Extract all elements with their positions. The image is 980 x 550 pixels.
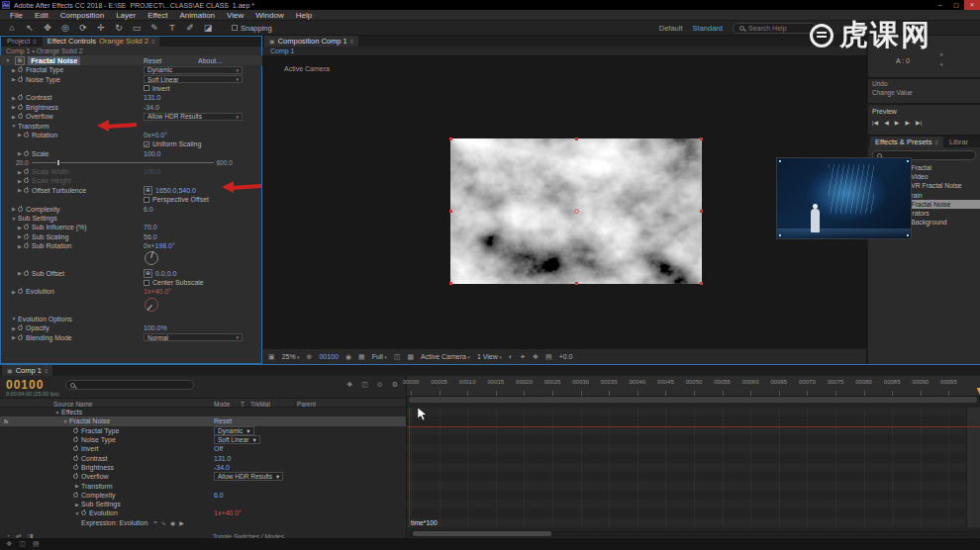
track-row-brightness[interactable]: [407, 463, 980, 472]
comp-timecode[interactable]: 00100: [319, 353, 338, 360]
expression-pickwhip-icon[interactable]: ◉: [170, 519, 175, 526]
snapping-toggle[interactable]: Snapping: [232, 24, 272, 33]
twirl-icon[interactable]: ▶: [10, 67, 18, 73]
sub-rotation-value[interactable]: 0x+198.0°: [144, 242, 175, 249]
track-row-fractal-noise[interactable]: [407, 416, 980, 425]
comp-frame[interactable]: [450, 138, 702, 284]
sub-offset-value[interactable]: 0.0,0.0: [155, 270, 176, 277]
rotation-dial[interactable]: [145, 251, 158, 265]
complexity-value[interactable]: 6.0: [214, 492, 224, 499]
timeline-row-expression-evolution[interactable]: Expression: Evolution=∿◉▶: [0, 518, 406, 527]
reset-button[interactable]: Reset: [144, 57, 161, 64]
overflow-dropdown[interactable]: Allow HDR Results▾: [144, 113, 243, 121]
brightness-value[interactable]: -34.0: [214, 464, 230, 471]
layer-handle[interactable]: [700, 138, 703, 140]
timeline-row-brightness[interactable]: Brightness-34.0: [0, 463, 406, 472]
snapshot-icon[interactable]: ◉: [345, 353, 351, 361]
menu-animation[interactable]: Animation: [173, 11, 221, 20]
timeline-row-evolution[interactable]: ▼Evolution1x+40.0°: [0, 508, 406, 517]
stopwatch-icon[interactable]: [18, 77, 23, 82]
center-subscale-checkbox[interactable]: [144, 280, 149, 286]
contrast-value[interactable]: 131.0: [214, 455, 232, 462]
menu-composition[interactable]: Composition: [54, 11, 110, 20]
stopwatch-icon[interactable]: [24, 169, 29, 174]
twirl-icon[interactable]: ▶: [10, 95, 18, 101]
menu-window[interactable]: Window: [249, 11, 289, 20]
stopwatch-icon[interactable]: [18, 114, 23, 119]
resolution-menu[interactable]: Full ▾: [372, 353, 387, 360]
work-area-bar[interactable]: [409, 397, 977, 403]
twirl-icon[interactable]: ▶: [16, 132, 24, 138]
tutorial-video-overlay[interactable]: [776, 157, 912, 239]
home-icon[interactable]: ⌂: [4, 23, 20, 33]
workspace-default[interactable]: Default: [659, 24, 683, 33]
invert-value[interactable]: Off: [214, 445, 223, 452]
track-row-evolution[interactable]: [407, 508, 980, 517]
current-time-indicator-head[interactable]: [977, 388, 980, 397]
timeline-row-complexity[interactable]: Complexity6.0: [0, 491, 406, 500]
rotation-dial[interactable]: [145, 298, 158, 312]
stopwatch-icon[interactable]: [24, 243, 29, 248]
sub-scaling-value[interactable]: 56.0: [144, 233, 157, 240]
complexity-value[interactable]: 6.0: [144, 206, 153, 213]
exposure-value[interactable]: +0.0: [559, 353, 573, 360]
panel-menu-icon[interactable]: ≡: [350, 39, 354, 45]
close-button[interactable]: ✕: [964, 0, 980, 10]
tab-project[interactable]: Project ≡: [2, 36, 42, 46]
overflow-value[interactable]: Allow HDR Results▾: [214, 472, 283, 481]
layer-handle[interactable]: [575, 138, 578, 140]
scale-slider[interactable]: [32, 162, 214, 163]
fractal-noise-value[interactable]: Reset: [214, 417, 232, 424]
zoom-tool-icon[interactable]: ◎: [57, 23, 73, 33]
stopwatch-icon[interactable]: [73, 493, 78, 498]
type-tool-icon[interactable]: T: [164, 23, 180, 33]
stopwatch-icon[interactable]: [73, 465, 78, 470]
offset-turbulence-value[interactable]: 1650.0,540.0: [155, 187, 196, 194]
timeline-search-input[interactable]: [65, 380, 194, 390]
twirl-icon[interactable]: ▶: [16, 243, 24, 249]
pen-tool-icon[interactable]: ✎: [147, 23, 162, 33]
home-status-icon[interactable]: ❖: [6, 540, 12, 548]
timeline-track-area[interactable]: 0000000005000100001500020000250003000035…: [406, 376, 980, 539]
opacity-value[interactable]: 100.0%: [144, 324, 167, 331]
stopwatch-icon[interactable]: [81, 510, 86, 515]
twirl-icon[interactable]: ▶: [16, 270, 24, 276]
twirl-icon[interactable]: ▼: [61, 418, 69, 424]
selection-tool-icon[interactable]: ↖: [22, 23, 38, 33]
panel-menu-icon[interactable]: ≡: [934, 139, 938, 145]
column-parent[interactable]: Parent: [297, 401, 316, 408]
twirl-icon[interactable]: ▼: [73, 510, 81, 516]
workspace-standard[interactable]: Standard: [693, 24, 723, 33]
zoom-level[interactable]: 25% ▾: [282, 353, 300, 360]
track-row-complexity[interactable]: [407, 491, 980, 500]
tab-timeline-comp1[interactable]: ▣ Comp 1 ≡: [2, 365, 52, 376]
column-trkmat[interactable]: TrkMat: [250, 401, 270, 408]
fractal-type-value[interactable]: Dynamic▾: [214, 426, 254, 435]
fractal-type-dropdown[interactable]: Dynamic▾: [144, 66, 243, 74]
stopwatch-icon[interactable]: [24, 234, 29, 239]
fractal-noise-effect-header[interactable]: ▼ fx Fractal Noise Reset About...: [0, 55, 262, 65]
transparency-grid-icon[interactable]: ▩: [407, 353, 414, 361]
twirl-icon[interactable]: ▶: [73, 483, 81, 489]
blending-mode-dropdown[interactable]: Normal▾: [144, 333, 243, 341]
layer-handle[interactable]: [575, 282, 578, 285]
menu-edit[interactable]: Edit: [29, 11, 54, 20]
column-t[interactable]: T: [241, 401, 245, 408]
stopwatch-icon[interactable]: [18, 95, 23, 100]
layer-handle[interactable]: [449, 210, 452, 213]
stopwatch-icon[interactable]: [18, 325, 23, 330]
play-button[interactable]: ▶: [895, 119, 900, 126]
timeline-button-icon[interactable]: ❖: [533, 353, 539, 361]
menu-view[interactable]: View: [221, 11, 249, 20]
expression-field-text[interactable]: time*100: [411, 519, 438, 526]
timeline-row-overflow[interactable]: OverflowAllow HDR Results▾: [0, 472, 406, 481]
twirl-icon[interactable]: ▶: [16, 225, 24, 230]
timeline-row-effects[interactable]: ▼Effects: [0, 408, 406, 416]
stopwatch-icon[interactable]: [73, 437, 78, 442]
twirl-icon[interactable]: ▶: [16, 233, 24, 239]
twirl-icon[interactable]: ▶: [10, 76, 18, 82]
stopwatch-icon[interactable]: [24, 178, 29, 183]
invert-checkbox[interactable]: [144, 85, 149, 91]
stopwatch-icon[interactable]: [18, 207, 23, 212]
fx-enable-badge[interactable]: fx: [15, 56, 25, 65]
